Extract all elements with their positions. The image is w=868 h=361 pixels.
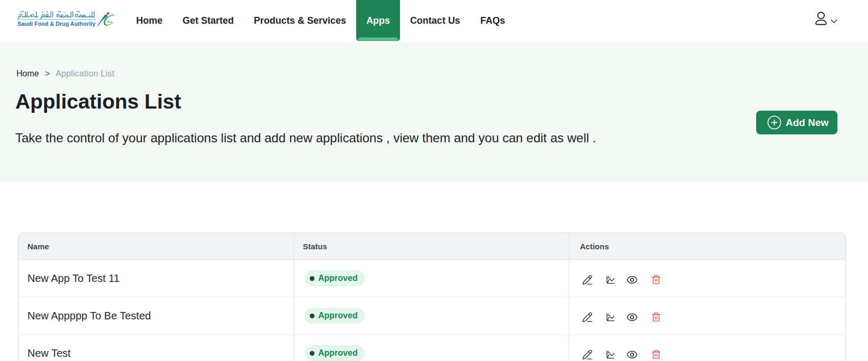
svg-text:Saudi Food & Drug Authority: Saudi Food & Drug Authority — [17, 21, 96, 27]
svg-text:SFDA: SFDA — [107, 21, 112, 23]
